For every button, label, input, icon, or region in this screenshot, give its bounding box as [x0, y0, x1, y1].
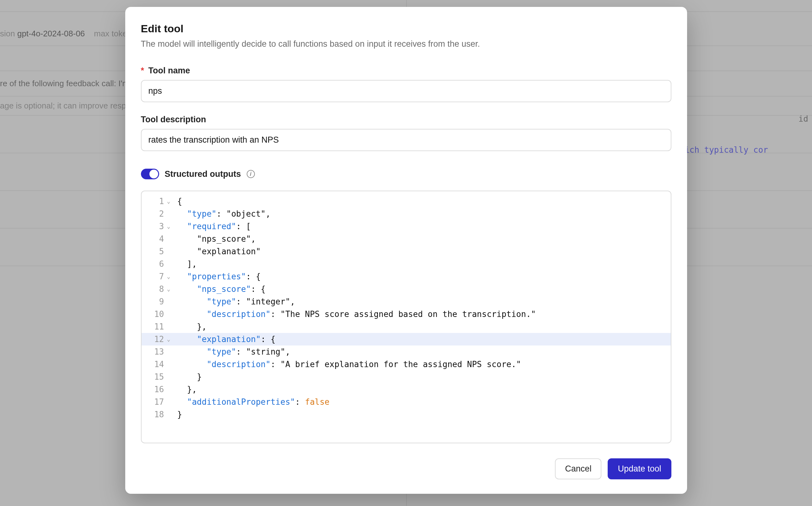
- editor-code[interactable]: "type": "string",: [173, 345, 290, 358]
- token-key: "description": [207, 310, 271, 319]
- info-icon[interactable]: i: [247, 170, 255, 178]
- editor-gutter: 3⌄: [142, 220, 173, 233]
- editor-line[interactable]: 5 "explanation": [142, 245, 671, 258]
- editor-line[interactable]: 10 "description": "The NPS score assigne…: [142, 308, 671, 320]
- editor-line[interactable]: 11 },: [142, 320, 671, 333]
- token-key: "type": [207, 347, 236, 356]
- line-number: 3: [159, 220, 164, 233]
- line-number: 8: [159, 283, 164, 295]
- editor-line[interactable]: 2 "type": "object",: [142, 207, 671, 220]
- editor-line[interactable]: 8⌄ "nps_score": {: [142, 283, 671, 295]
- editor-code[interactable]: "additionalProperties": false: [173, 396, 330, 408]
- line-number: 1: [159, 195, 164, 207]
- token-str: "nps_score": [197, 234, 251, 244]
- token-punc: ,: [266, 209, 271, 219]
- token-punc: },: [197, 322, 207, 331]
- editor-line[interactable]: 15 }: [142, 370, 671, 383]
- token-str: "object": [226, 209, 266, 219]
- editor-code[interactable]: "explanation": {: [173, 333, 276, 345]
- line-number: 2: [159, 207, 164, 220]
- editor-line[interactable]: 12⌄ "explanation": {: [142, 333, 671, 345]
- line-number: 13: [154, 345, 164, 358]
- json-schema-editor[interactable]: 1⌄{2 "type": "object",3⌄ "required": [4 …: [141, 191, 671, 443]
- token-str: "explanation": [197, 247, 261, 256]
- editor-gutter: 16: [142, 383, 173, 396]
- edit-tool-modal: Edit tool The model will intelligently d…: [125, 7, 687, 494]
- editor-code[interactable]: }: [173, 370, 202, 383]
- toggle-knob: [149, 170, 158, 178]
- editor-code[interactable]: ],: [173, 258, 197, 270]
- editor-code[interactable]: }: [173, 408, 182, 421]
- fold-chevron-icon[interactable]: ⌄: [166, 270, 171, 283]
- tool-description-label: Tool description: [141, 115, 671, 124]
- token-punc: : {: [261, 335, 276, 344]
- token-str: "string": [246, 347, 285, 356]
- update-tool-button[interactable]: Update tool: [608, 458, 671, 479]
- cancel-button[interactable]: Cancel: [555, 458, 601, 479]
- editor-gutter: 5: [142, 245, 173, 258]
- modal-subtitle: The model will intelligently decide to c…: [141, 39, 671, 49]
- structured-outputs-row: Structured outputs i: [141, 169, 671, 179]
- editor-line[interactable]: 3⌄ "required": [: [142, 220, 671, 233]
- token-punc: :: [217, 209, 226, 219]
- token-punc: },: [187, 385, 197, 394]
- structured-outputs-toggle[interactable]: [141, 169, 159, 179]
- editor-line[interactable]: 13 "type": "string",: [142, 345, 671, 358]
- required-star-icon: *: [141, 66, 144, 75]
- line-number: 14: [154, 358, 164, 370]
- token-punc: }: [177, 410, 182, 419]
- editor-gutter: 17: [142, 396, 173, 408]
- fold-chevron-icon[interactable]: ⌄: [166, 283, 171, 295]
- editor-gutter: 8⌄: [142, 283, 173, 295]
- fold-chevron-icon[interactable]: ⌄: [166, 333, 171, 345]
- editor-line[interactable]: 17 "additionalProperties": false: [142, 396, 671, 408]
- editor-code[interactable]: {: [173, 195, 182, 207]
- token-bool: false: [305, 397, 330, 407]
- editor-code[interactable]: "properties": {: [173, 270, 261, 283]
- tool-description-input[interactable]: [141, 129, 671, 151]
- editor-code[interactable]: "nps_score",: [173, 233, 256, 245]
- line-number: 11: [154, 320, 164, 333]
- editor-gutter: 13: [142, 345, 173, 358]
- editor-line[interactable]: 9 "type": "integer",: [142, 295, 671, 308]
- fold-chevron-icon[interactable]: ⌄: [166, 195, 171, 207]
- editor-line[interactable]: 6 ],: [142, 258, 671, 270]
- line-number: 16: [154, 383, 164, 396]
- modal-overlay: Edit tool The model will intelligently d…: [0, 0, 812, 506]
- token-key: "type": [207, 297, 236, 306]
- editor-line[interactable]: 4 "nps_score",: [142, 233, 671, 245]
- tool-name-input[interactable]: [141, 80, 671, 102]
- editor-gutter: 10: [142, 308, 173, 320]
- editor-code[interactable]: "explanation": [173, 245, 261, 258]
- token-punc: : {: [251, 284, 266, 294]
- editor-gutter: 4: [142, 233, 173, 245]
- editor-line[interactable]: 1⌄{: [142, 195, 671, 207]
- editor-code[interactable]: "description": "A brief explanation for …: [173, 358, 521, 370]
- line-number: 6: [159, 258, 164, 270]
- editor-code[interactable]: },: [173, 383, 197, 396]
- token-key: "type": [187, 209, 217, 219]
- token-punc: ,: [285, 347, 290, 356]
- line-number: 9: [159, 295, 164, 308]
- token-punc: {: [177, 196, 182, 206]
- editor-gutter: 11: [142, 320, 173, 333]
- editor-line[interactable]: 14 "description": "A brief explanation f…: [142, 358, 671, 370]
- editor-line[interactable]: 16 },: [142, 383, 671, 396]
- editor-gutter: 9: [142, 295, 173, 308]
- editor-code[interactable]: "type": "object",: [173, 207, 271, 220]
- editor-code[interactable]: "type": "integer",: [173, 295, 295, 308]
- editor-line[interactable]: 18}: [142, 408, 671, 421]
- editor-code[interactable]: "nps_score": {: [173, 283, 266, 295]
- token-punc: ,: [251, 234, 256, 244]
- fold-chevron-icon[interactable]: ⌄: [166, 220, 171, 233]
- editor-code[interactable]: "required": [: [173, 220, 251, 233]
- token-punc: ,: [290, 297, 295, 306]
- editor-code[interactable]: },: [173, 320, 207, 333]
- editor-line[interactable]: 7⌄ "properties": {: [142, 270, 671, 283]
- token-key: "properties": [187, 272, 246, 281]
- token-str: "A brief explanation for the assigned NP…: [280, 360, 521, 369]
- token-punc: }: [197, 372, 202, 382]
- editor-code[interactable]: "description": "The NPS score assigned b…: [173, 308, 536, 320]
- token-key: "nps_score": [197, 284, 251, 294]
- tool-name-label: * Tool name: [141, 66, 671, 76]
